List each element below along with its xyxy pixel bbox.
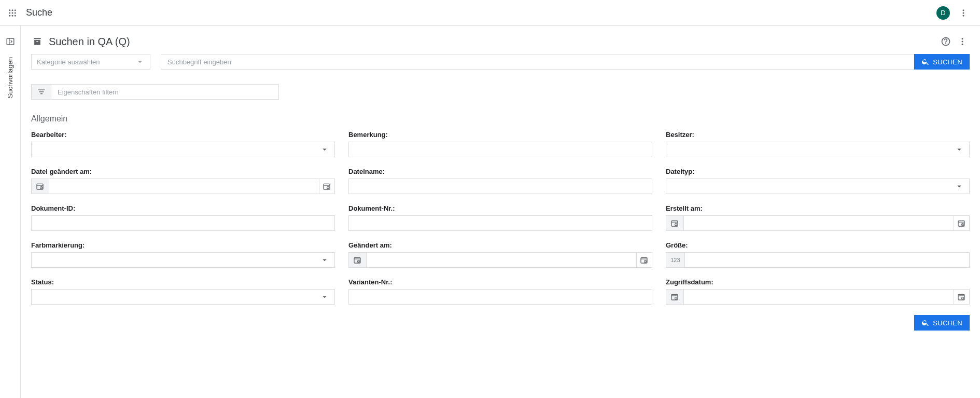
- label-zugriffsdatum: Zugriffsdatum:: [666, 278, 970, 286]
- filter-properties-input[interactable]: [51, 84, 279, 100]
- select-dateityp[interactable]: [666, 179, 970, 194]
- field-status: Status:: [31, 278, 335, 305]
- main-content: Suchen in QA (Q) Kategorie auswählen SUC…: [21, 26, 980, 346]
- filter-icon[interactable]: [31, 84, 51, 100]
- field-dokument-id: Dokument-ID:: [31, 204, 335, 231]
- caret-down-icon: [135, 57, 145, 66]
- field-dateityp: Dateityp:: [666, 168, 970, 194]
- calendar-prefix-icon[interactable]: [666, 215, 683, 231]
- page-title: Suchen in QA (Q): [49, 36, 130, 48]
- label-datei-geaendert-am: Datei geändert am:: [31, 168, 335, 175]
- label-dokument-id: Dokument-ID:: [31, 204, 335, 212]
- top-header: Suche D: [0, 0, 980, 26]
- select-status[interactable]: [31, 289, 335, 305]
- label-geaendert-am: Geändert am:: [348, 241, 652, 249]
- label-varianten-nr: Varianten-Nr.:: [348, 278, 652, 286]
- field-groesse: Größe: 123: [666, 241, 970, 268]
- field-zugriffsdatum: Zugriffsdatum:: [666, 278, 970, 305]
- label-dateiname: Dateiname:: [348, 168, 652, 175]
- search-button-label: SUCHEN: [933, 58, 962, 66]
- search-icon: [921, 58, 930, 66]
- label-dateityp: Dateityp:: [666, 168, 970, 175]
- calendar-picker-icon[interactable]: [954, 289, 970, 305]
- field-dokument-nr: Dokument-Nr.:: [348, 204, 652, 231]
- category-select[interactable]: Kategorie auswählen: [31, 54, 150, 70]
- category-select-placeholder: Kategorie auswählen: [37, 58, 100, 66]
- input-dokument-id[interactable]: [31, 215, 335, 231]
- numeric-prefix-icon: 123: [666, 252, 684, 268]
- page-heading-row: Suchen in QA (Q): [31, 34, 970, 49]
- field-farbmarkierung: Farbmarkierung:: [31, 241, 335, 268]
- label-besitzer: Besitzer:: [666, 131, 970, 139]
- help-icon[interactable]: [939, 34, 953, 49]
- input-datei-geaendert-am[interactable]: [49, 179, 319, 194]
- left-sidebar: Suchvorlagen: [0, 26, 21, 346]
- label-status: Status:: [31, 278, 335, 286]
- input-dateiname[interactable]: [348, 179, 652, 194]
- search-icon: [921, 319, 930, 327]
- field-besitzer: Besitzer:: [666, 131, 970, 157]
- select-besitzer[interactable]: [666, 142, 970, 157]
- field-bemerkung: Bemerkung:: [348, 131, 652, 157]
- section-general-label: Allgemein: [31, 114, 970, 123]
- label-bearbeiter: Bearbeiter:: [31, 131, 335, 139]
- calendar-prefix-icon[interactable]: [348, 252, 366, 268]
- select-bearbeiter[interactable]: [31, 142, 335, 157]
- input-bemerkung[interactable]: [348, 142, 652, 157]
- label-erstellt-am: Erstellt am:: [666, 204, 970, 212]
- calendar-picker-icon[interactable]: [637, 252, 652, 268]
- archive-icon: [31, 35, 44, 48]
- input-zugriffsdatum[interactable]: [683, 289, 954, 305]
- label-groesse: Größe:: [666, 241, 970, 249]
- field-varianten-nr: Varianten-Nr.:: [348, 278, 652, 305]
- field-datei-geaendert-am: Datei geändert am:: [31, 168, 335, 194]
- form-grid: Bearbeiter: Bemerkung: Besitzer: Datei g…: [31, 131, 970, 305]
- label-farbmarkierung: Farbmarkierung:: [31, 241, 335, 249]
- panel-toggle-icon[interactable]: [4, 35, 17, 48]
- sidebar-tab-suchvorlagen[interactable]: Suchvorlagen: [6, 57, 14, 99]
- field-dateiname: Dateiname:: [348, 168, 652, 194]
- header-more-icon[interactable]: [956, 6, 971, 20]
- search-row: Kategorie auswählen SUCHEN: [31, 54, 970, 70]
- label-bemerkung: Bemerkung:: [348, 131, 652, 139]
- caret-down-icon: [955, 182, 964, 191]
- footer-search-button[interactable]: SUCHEN: [914, 315, 970, 331]
- input-varianten-nr[interactable]: [348, 289, 652, 305]
- field-bearbeiter: Bearbeiter:: [31, 131, 335, 157]
- input-erstellt-am[interactable]: [683, 215, 954, 231]
- search-button[interactable]: SUCHEN: [914, 54, 970, 70]
- calendar-picker-icon[interactable]: [319, 179, 335, 194]
- field-erstellt-am: Erstellt am:: [666, 204, 970, 231]
- caret-down-icon: [320, 145, 329, 154]
- input-dokument-nr[interactable]: [348, 215, 652, 231]
- calendar-prefix-icon[interactable]: [666, 289, 683, 305]
- input-groesse[interactable]: [684, 252, 970, 268]
- filter-row: [31, 84, 970, 100]
- field-geaendert-am: Geändert am:: [348, 241, 652, 268]
- apps-icon[interactable]: [6, 7, 19, 19]
- app-title: Suche: [26, 7, 52, 18]
- caret-down-icon: [955, 145, 964, 154]
- caret-down-icon: [320, 292, 329, 301]
- footer-row: SUCHEN: [31, 315, 970, 331]
- calendar-prefix-icon[interactable]: [31, 179, 49, 194]
- select-farbmarkierung[interactable]: [31, 252, 335, 268]
- search-term-input[interactable]: [161, 54, 914, 70]
- input-geaendert-am[interactable]: [366, 252, 637, 268]
- avatar[interactable]: D: [936, 6, 950, 20]
- calendar-picker-icon[interactable]: [954, 215, 970, 231]
- page-more-icon[interactable]: [955, 34, 970, 49]
- footer-search-button-label: SUCHEN: [933, 319, 962, 327]
- caret-down-icon: [320, 255, 329, 265]
- label-dokument-nr: Dokument-Nr.:: [348, 204, 652, 212]
